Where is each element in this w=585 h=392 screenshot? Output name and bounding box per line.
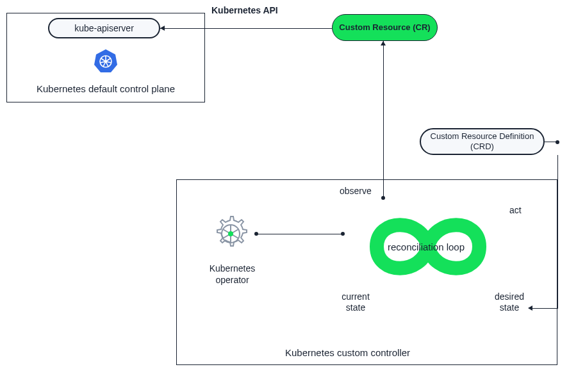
current-state-label: current state [333,291,378,313]
kubernetes-logo-icon [93,48,119,74]
desired-state-label: desired state [487,291,532,313]
edge-api-arrowhead [160,26,165,31]
edge-observe-dot [381,196,385,200]
observe-label: observe [340,186,372,196]
operator-gear-icon [208,211,253,256]
edge-operator-dot-right [341,232,345,236]
act-label: act [509,205,522,215]
edge-crd-v1 [557,155,558,309]
edge-crd-h [532,308,557,309]
edge-operator-dot-left [254,232,258,236]
operator-label: Kubernetes operator [205,263,260,286]
crd-node: Custom Resource Definition (CRD) [420,128,545,155]
edge-operator-to-loop [256,234,343,234]
custom-resource-label: Custom Resource (CR) [339,22,430,33]
edge-api-line [160,28,332,29]
edge-crd-start-dot [556,140,559,144]
crd-label: Custom Resource Definition (CRD) [421,131,543,151]
custom-resource-node: Custom Resource (CR) [332,14,438,41]
control-plane-label: Kubernetes default control plane [19,83,192,94]
kube-apiserver-node: kube-apiserver [48,18,160,38]
svg-point-17 [228,231,233,236]
edge-observe-arrowhead [381,41,386,45]
edge-crd-arrowhead [528,306,532,311]
custom-controller-label: Kubernetes custom controller [285,347,410,358]
api-edge-label: Kubernetes API [211,5,278,15]
reconciliation-loop-label: reconciliation loop [365,241,487,252]
kube-apiserver-label: kube-apiserver [74,23,134,33]
edge-observe-to-cr [383,41,384,199]
